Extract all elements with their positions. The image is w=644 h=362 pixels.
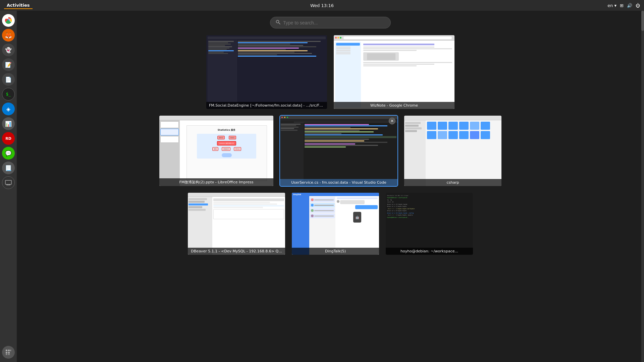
window-dbeaver[interactable]: DBeaver 5.1.1 - <Dev MySQL - 192.168.8.6…: [188, 193, 285, 255]
windows-grid: FM.Social.DataEngine [~/Followme/fm.soci…: [17, 28, 644, 261]
folder-icon-1: [427, 122, 436, 130]
sidebar-item-wechat[interactable]: 💬: [2, 147, 15, 160]
folder-icon-10: [459, 131, 469, 139]
folder-icon-6: [481, 122, 490, 130]
svg-rect-9: [6, 352, 7, 354]
topbar: Activities Wed 13:16 en ▾ ⊞ 🔊 ⏻: [0, 0, 644, 11]
sidebar-item-chrome[interactable]: [2, 14, 15, 27]
svg-rect-2: [5, 180, 11, 184]
svg-rect-8: [10, 350, 11, 351]
folder-icon-4: [459, 122, 469, 130]
sidebar-item-notes[interactable]: 📝: [2, 58, 15, 71]
window-close-vscode[interactable]: ✕: [389, 118, 395, 124]
sidebar-item-vscode[interactable]: ◈: [2, 103, 15, 115]
search-input[interactable]: [283, 20, 385, 25]
sidebar-item-doc[interactable]: 📃: [2, 162, 15, 174]
sidebar-item-firefox[interactable]: 🦊: [2, 29, 15, 42]
window-label-vscode: UserService.cs - fm.social.data - Visual…: [280, 179, 397, 186]
svg-rect-12: [8, 354, 10, 355]
window-fm-social[interactable]: FM.Social.DataEngine [~/Followme/fm.soci…: [206, 35, 327, 109]
sidebar-item-terminal[interactable]: $_: [2, 88, 15, 101]
scrollbar-thumb[interactable]: [641, 11, 644, 31]
sidebar-item-rdp[interactable]: RD: [2, 132, 15, 145]
topbar-right: en ▾ ⊞ 🔊 ⏻: [607, 3, 640, 8]
window-label-fm-social: FM.Social.DataEngine [~/Followme/fm.soci…: [206, 102, 327, 109]
window-terminal[interactable]: DataColor 20.3ML 8.5 Cloud hoyho@debian:…: [386, 193, 473, 255]
windows-row-1: FM.Social.DataEngine [~/Followme/fm.soci…: [37, 35, 624, 109]
window-label-wiznote: WizNote - Google Chrome: [334, 102, 454, 109]
language-selector[interactable]: en ▾: [607, 3, 616, 8]
window-vscode[interactable]: ✕ UserService.cs: [280, 116, 397, 186]
svg-line-14: [279, 23, 280, 24]
windows-row-3: DBeaver 5.1.1 - <Dev MySQL - 192.168.8.6…: [37, 193, 624, 255]
window-filemanager[interactable]: csharp: [404, 116, 501, 186]
overview: FM.Social.DataEngine [~/Followme/fm.soci…: [17, 11, 644, 362]
show-applications-button[interactable]: [2, 346, 15, 359]
sidebar: 🦊 👻 📝 📄 $_ ◈ 📊 RD 💬 📃: [0, 11, 17, 362]
power-icon[interactable]: ⏻: [636, 3, 640, 8]
window-label-impress: FM微博架构(2).pptx - LibreOffice Impress: [159, 178, 273, 186]
folder-icon-7: [427, 131, 436, 139]
folder-icon-12: [481, 131, 490, 139]
window-impress[interactable]: Statistics 服务 服务层 数据层 statistics 服务调度计划: [159, 116, 273, 186]
search-bar: [270, 17, 391, 28]
search-icon: [276, 20, 280, 25]
folder-icon-8: [438, 131, 447, 139]
folder-icon-9: [448, 131, 458, 139]
network-icon[interactable]: ⊞: [620, 3, 624, 8]
folder-icon-3: [448, 122, 458, 130]
sidebar-item-screen[interactable]: [2, 176, 15, 189]
window-label-dingtalk: DingTalk(5): [292, 248, 379, 255]
search-container: [270, 17, 391, 28]
window-label-terminal: hoyho@debian: ~/workspace...: [386, 248, 473, 255]
folder-icon-11: [470, 131, 479, 139]
scrollbar[interactable]: [641, 11, 644, 362]
svg-rect-11: [6, 354, 7, 355]
window-wiznote[interactable]: WizNote - Google Chrome: [334, 35, 454, 109]
folder-icon-2: [438, 122, 447, 130]
activities-button[interactable]: Activities: [4, 2, 33, 9]
svg-rect-10: [8, 352, 10, 354]
clock: Wed 13:16: [310, 3, 334, 8]
folder-icon-5: [470, 122, 479, 130]
sidebar-item-file[interactable]: 📄: [2, 73, 15, 86]
sidebar-item-monitor[interactable]: 📊: [2, 117, 15, 130]
window-dingtalk[interactable]: DingTalk: [292, 193, 379, 255]
sidebar-item-ghost[interactable]: 👻: [2, 44, 15, 56]
volume-icon[interactable]: 🔊: [627, 3, 632, 8]
windows-row-2: Statistics 服务 服务层 数据层 statistics 服务调度计划: [37, 116, 624, 186]
svg-rect-7: [8, 350, 10, 351]
window-label-dbeaver: DBeaver 5.1.1 - <Dev MySQL - 192.168.8.6…: [188, 248, 285, 255]
svg-rect-6: [6, 350, 7, 351]
window-label-filemanager: csharp: [404, 179, 501, 186]
